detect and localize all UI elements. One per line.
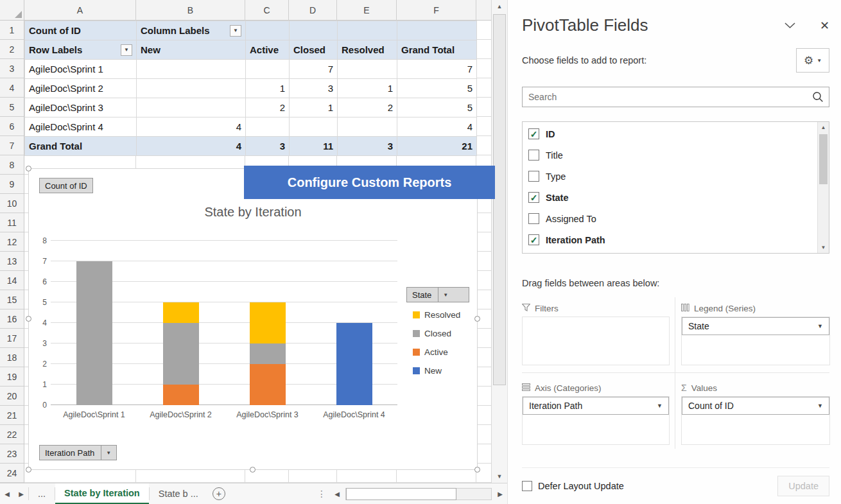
row-labels-filter-button[interactable]: ▼: [121, 44, 132, 56]
col-header-resolved[interactable]: Resolved: [338, 40, 397, 60]
column-labels-filter-button[interactable]: ▼: [230, 25, 241, 37]
chart-resize-handle[interactable]: [26, 166, 31, 171]
value-cell[interactable]: 1: [338, 79, 397, 98]
horizontal-scrollbar[interactable]: [345, 488, 492, 500]
row-header-11[interactable]: 11: [0, 213, 24, 232]
cell-column-labels[interactable]: Column Labels▼: [137, 21, 246, 40]
column-header-a[interactable]: A: [24, 0, 136, 21]
tools-button[interactable]: ⚙▼: [796, 48, 829, 73]
row-header-10[interactable]: 10: [0, 194, 24, 213]
value-cell[interactable]: [246, 60, 290, 79]
row-header-16[interactable]: 16: [0, 309, 24, 329]
row-header-15[interactable]: 15: [0, 290, 24, 309]
row-headers[interactable]: 123456789101112131415161718192021222324: [0, 21, 24, 483]
vertical-scrollbar-thumb[interactable]: [493, 14, 506, 385]
search-input[interactable]: [522, 87, 829, 107]
row-header-23[interactable]: 23: [0, 444, 24, 464]
field-item-state[interactable]: ✓State: [523, 187, 817, 208]
tab-scroll-right-icon[interactable]: ▶: [14, 483, 28, 504]
chart-value-field-button[interactable]: Count of ID: [39, 178, 93, 193]
row-header-5[interactable]: 5: [0, 98, 24, 117]
tab-scroll-left-icon[interactable]: ◀: [0, 483, 14, 504]
field-item-type[interactable]: Type: [523, 166, 817, 187]
row-header-3[interactable]: 3: [0, 59, 24, 78]
value-cell[interactable]: 2: [338, 98, 397, 117]
row-header-7[interactable]: 7: [0, 136, 24, 155]
field-checkbox[interactable]: [528, 213, 539, 224]
tab-state-b[interactable]: State b ...: [150, 483, 207, 504]
pivot-row-2[interactable]: Row Labels▼ New Active Closed Resolved G…: [25, 40, 477, 60]
column-header-d[interactable]: D: [289, 0, 337, 21]
value-cell[interactable]: 7: [397, 60, 477, 79]
vertical-scrollbar[interactable]: ▲ ▼: [491, 0, 507, 483]
field-checkbox[interactable]: ✓: [528, 128, 539, 139]
bar-segment-resolved[interactable]: [250, 302, 286, 343]
legend-field-chip[interactable]: State▼: [682, 317, 829, 335]
row-header-9[interactable]: 9: [0, 175, 24, 194]
bar-segment-resolved[interactable]: [163, 302, 199, 323]
chart-resize-handle[interactable]: [250, 467, 256, 473]
pivot-chart[interactable]: Count of ID State by Iteration 012345678…: [28, 168, 478, 470]
tab-overflow[interactable]: ...: [29, 483, 55, 504]
value-cell[interactable]: 5: [397, 98, 477, 117]
value-cell[interactable]: [338, 60, 397, 79]
pivot-data-row[interactable]: AgileDoc\Sprint 1 7 7: [25, 60, 477, 79]
pivot-data-row[interactable]: AgileDoc\Sprint 3 2 1 2 5: [25, 98, 477, 117]
col-header-new[interactable]: New: [137, 40, 246, 60]
col-header-closed[interactable]: Closed: [290, 40, 338, 60]
value-cell[interactable]: [246, 117, 290, 137]
value-cell[interactable]: 4: [137, 117, 246, 137]
field-item-id[interactable]: ✓ID: [523, 123, 817, 144]
grand-total-cell[interactable]: 3: [246, 137, 290, 156]
field-checkbox[interactable]: [528, 150, 539, 161]
scroll-down-icon[interactable]: ▼: [492, 470, 507, 483]
row-header-13[interactable]: 13: [0, 252, 24, 271]
row-header-14[interactable]: 14: [0, 271, 24, 290]
sheet-cells[interactable]: Count of ID Column Labels▼ Row Labels▼ N…: [24, 21, 491, 483]
value-cell[interactable]: 2: [246, 98, 290, 117]
field-item-assigned-to[interactable]: Assigned To: [523, 208, 817, 229]
row-header-19[interactable]: 19: [0, 367, 24, 387]
field-item-title[interactable]: Title: [523, 144, 817, 166]
value-cell[interactable]: 5: [397, 79, 477, 98]
bar-segment-closed[interactable]: [76, 261, 112, 405]
chart-resize-handle[interactable]: [26, 316, 31, 322]
row-header-12[interactable]: 12: [0, 232, 24, 252]
pivot-data-row[interactable]: AgileDoc\Sprint 4 4 4: [25, 117, 477, 137]
horizontal-scrollbar-thumb[interactable]: [346, 488, 456, 500]
row-label[interactable]: AgileDoc\Sprint 4: [25, 117, 137, 137]
select-all-corner[interactable]: [0, 0, 24, 21]
pane-options-chevron-icon[interactable]: [785, 22, 795, 29]
legend-dropzone[interactable]: State▼: [681, 317, 830, 365]
cell-count-of-id[interactable]: Count of ID: [25, 21, 137, 40]
cell-row-labels[interactable]: Row Labels▼: [25, 40, 137, 60]
field-list-scrollbar[interactable]: ▲ ▼: [817, 122, 829, 253]
bar-segment-active[interactable]: [163, 385, 199, 405]
hscroll-right-icon[interactable]: ▶: [493, 483, 507, 504]
row-header-1[interactable]: 1: [0, 21, 24, 40]
row-header-18[interactable]: 18: [0, 348, 24, 367]
field-checkbox[interactable]: ✓: [528, 192, 539, 203]
row-label[interactable]: AgileDoc\Sprint 3: [25, 98, 137, 117]
field-item-iteration-path[interactable]: ✓Iteration Path: [523, 229, 817, 250]
column-header-c[interactable]: C: [245, 0, 289, 21]
axis-field-chip[interactable]: Iteration Path▼: [523, 397, 669, 415]
value-cell[interactable]: [137, 98, 246, 117]
chart-axis-field-button[interactable]: Iteration Path▼: [39, 445, 117, 460]
col-header-active[interactable]: Active: [246, 40, 290, 60]
field-list-scrollbar-thumb[interactable]: [819, 134, 828, 184]
search-box[interactable]: [522, 87, 829, 107]
row-header-4[interactable]: 4: [0, 78, 24, 98]
row-header-6[interactable]: 6: [0, 117, 24, 136]
bar-segment-new[interactable]: [336, 323, 372, 405]
search-icon[interactable]: [812, 91, 824, 105]
pivot-data-row[interactable]: AgileDoc\Sprint 2 1 3 1 5: [25, 79, 477, 98]
grand-total-cell[interactable]: 4: [137, 137, 246, 156]
pivot-grand-total-row[interactable]: Grand Total 4 3 11 3 21: [25, 137, 477, 156]
values-field-chip[interactable]: Count of ID▼: [682, 397, 829, 415]
values-dropzone[interactable]: Count of ID▼: [681, 396, 830, 445]
field-checkbox[interactable]: [528, 171, 539, 182]
grand-total-cell[interactable]: 21: [397, 137, 477, 156]
row-header-17[interactable]: 17: [0, 329, 24, 348]
field-checkbox[interactable]: ✓: [528, 234, 539, 245]
